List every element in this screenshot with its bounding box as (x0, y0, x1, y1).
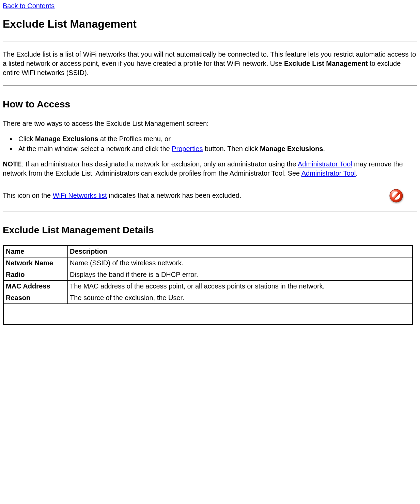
intro-bold: Exclude List Management (284, 60, 368, 67)
li1-suffix: at the Profiles menu, or (98, 135, 171, 143)
cell-name: Reason (3, 292, 68, 303)
wifi-networks-list-link[interactable]: WiFi Networks list (53, 192, 107, 199)
excluded-icon-row: This icon on the WiFi Networks list indi… (3, 188, 417, 203)
li2-suffix: . (323, 145, 325, 152)
access-methods-list: Click Manage Exclusions at the Profiles … (3, 134, 417, 153)
cell-name: Network Name (3, 257, 68, 269)
divider (3, 42, 417, 42)
li1-prefix: Click (18, 135, 35, 143)
note-before-link1: : If an administrator has designated a n… (22, 160, 298, 168)
svg-point-3 (391, 191, 398, 194)
divider (3, 85, 417, 86)
col-description-header: Description (68, 245, 413, 257)
li2-bold: Manage Exclusions (260, 145, 323, 152)
note-after: . (356, 169, 358, 177)
icon-sentence: This icon on the WiFi Networks list indi… (3, 191, 380, 200)
administrator-tool-link[interactable]: Administrator Tool (298, 160, 352, 168)
list-item: At the main window, select a network and… (16, 144, 417, 153)
table-row: Network Name Name (SSID) of the wireless… (3, 257, 413, 269)
note-paragraph: NOTE: If an administrator has designated… (3, 160, 417, 178)
col-name-header: Name (3, 245, 68, 257)
table-row-empty (3, 303, 413, 325)
prohibit-icon (389, 188, 404, 203)
how-to-access-heading: How to Access (3, 98, 417, 111)
icon-sentence-after: indicates that a network has been exclud… (107, 192, 242, 199)
table-row: MAC Address The MAC address of the acces… (3, 280, 413, 292)
cell-name: Radio (3, 269, 68, 280)
properties-link[interactable]: Properties (172, 145, 203, 152)
list-item: Click Manage Exclusions at the Profiles … (16, 134, 417, 144)
intro-paragraph: The Exclude list is a list of WiFi netwo… (3, 50, 417, 77)
cell-desc: The MAC address of the access point, or … (68, 280, 413, 292)
note-label: NOTE (3, 160, 22, 168)
administrator-tool-link-2[interactable]: Administrator Tool (301, 169, 356, 177)
cell-desc: Name (SSID) of the wireless network. (68, 257, 413, 269)
how-to-access-lead: There are two ways to access the Exclude… (3, 119, 417, 128)
table-header-row: Name Description (3, 245, 413, 257)
divider (3, 211, 417, 211)
details-heading: Exclude List Management Details (3, 224, 417, 237)
li2-prefix: At the main window, select a network and… (18, 145, 172, 152)
cell-desc: Displays the band if there is a DHCP err… (68, 269, 413, 280)
table-row: Radio Displays the band if there is a DH… (3, 269, 413, 280)
li1-bold: Manage Exclusions (35, 135, 98, 143)
cell-desc: The source of the exclusion, the User. (68, 292, 413, 303)
details-table: Name Description Network Name Name (SSID… (3, 245, 413, 325)
table-row: Reason The source of the exclusion, the … (3, 292, 413, 303)
li2-mid: button. Then click (203, 145, 260, 152)
back-to-contents-link[interactable]: Back to Contents (3, 2, 55, 10)
cell-name: MAC Address (3, 280, 68, 292)
icon-sentence-before: This icon on the (3, 192, 53, 199)
page-title: Exclude List Management (3, 17, 417, 31)
